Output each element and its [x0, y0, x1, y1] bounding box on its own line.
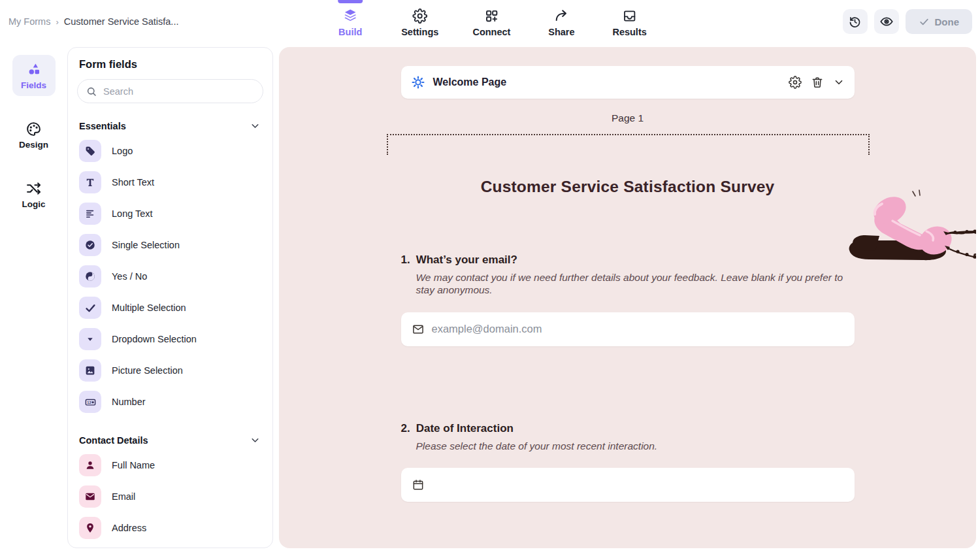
question-1-number: 1. — [401, 254, 410, 267]
shapes-icon — [25, 61, 42, 77]
page-collapse-button[interactable] — [833, 76, 845, 88]
gear-icon — [412, 7, 427, 24]
field-item-dropdown-selection[interactable]: Dropdown Selection — [77, 323, 263, 355]
history-icon — [848, 15, 862, 29]
rail-item-fields-label: Fields — [21, 80, 46, 90]
form-canvas: Welcome Page — [279, 47, 976, 548]
tab-results-label: Results — [612, 27, 646, 37]
gear-icon — [789, 76, 802, 89]
trash-icon — [811, 76, 824, 89]
field-dropzone[interactable] — [387, 134, 870, 155]
check-icon — [919, 16, 930, 27]
chevron-down-icon — [833, 76, 845, 88]
eye-icon — [879, 14, 894, 29]
welcome-page-card[interactable]: Welcome Page — [401, 66, 855, 99]
long-text-icon — [79, 203, 101, 225]
field-item-yes-no[interactable]: Yes / No — [77, 261, 263, 292]
rail-item-design[interactable]: Design — [12, 114, 56, 156]
field-item-address-label: Address — [112, 523, 146, 533]
preview-button[interactable] — [874, 9, 899, 34]
question-2[interactable]: 2. Date of Interaction Please select the… — [401, 422, 855, 502]
search-input[interactable] — [103, 86, 255, 97]
check-icon — [79, 297, 101, 319]
section-essentials-label: Essentials — [79, 121, 126, 131]
left-rail: Fields Design Logic — [0, 47, 67, 548]
field-item-single-selection[interactable]: Single Selection — [77, 229, 263, 261]
field-item-email[interactable]: Email — [77, 481, 263, 512]
field-item-long-text[interactable]: Long Text — [77, 198, 263, 229]
tab-settings[interactable]: Settings — [401, 0, 438, 43]
breadcrumb-my-forms[interactable]: My Forms — [8, 16, 50, 27]
rail-item-logic[interactable]: Logic — [12, 174, 56, 215]
question-1[interactable]: 1. What’s your email? We may contact you… — [401, 254, 855, 346]
yes-no-icon — [79, 265, 101, 287]
shuffle-icon — [25, 180, 42, 196]
field-item-address[interactable]: Address — [77, 512, 263, 544]
topbar-actions: Done — [843, 9, 973, 34]
tab-connect-label: Connect — [472, 27, 510, 37]
date-input[interactable] — [401, 468, 855, 502]
field-item-number[interactable]: 12 Number — [77, 386, 263, 418]
tab-connect[interactable]: Connect — [472, 0, 510, 43]
palette-icon — [25, 121, 42, 137]
tab-build[interactable]: Build — [333, 0, 367, 43]
field-item-picture-selection[interactable]: Picture Selection — [77, 355, 263, 386]
form-fields-panel: Form fields Essentials Logo — [67, 47, 273, 548]
rail-item-design-label: Design — [19, 140, 48, 150]
chevron-down-icon — [250, 435, 261, 446]
tab-share-label: Share — [548, 27, 574, 37]
rail-item-fields[interactable]: Fields — [12, 55, 56, 96]
envelope-icon — [412, 323, 425, 336]
number-icon: 12 — [79, 391, 101, 413]
tab-results[interactable]: Results — [612, 0, 646, 43]
topbar: My Forms › Customer Service Satisfa... B… — [0, 0, 980, 43]
dropdown-icon — [79, 328, 101, 350]
field-item-full-name-label: Full Name — [112, 460, 155, 470]
page-number-label: Page 1 — [401, 112, 855, 124]
form-title[interactable]: Customer Service Satisfaction Survey — [401, 178, 855, 196]
field-item-multiple-selection-label: Multiple Selection — [112, 303, 186, 313]
main-area: Fields Design Logic Form fields — [0, 47, 980, 548]
page-settings-button[interactable] — [789, 76, 802, 89]
calendar-icon — [412, 478, 425, 491]
section-contact-details-label: Contact Details — [79, 435, 148, 446]
field-item-single-selection-label: Single Selection — [112, 240, 180, 250]
main-nav: Build Settings Connect Share — [333, 0, 647, 43]
tag-icon — [79, 140, 101, 162]
field-item-email-label: Email — [112, 491, 135, 502]
field-item-full-name[interactable]: Full Name — [77, 450, 263, 481]
breadcrumb-current-form: Customer Service Satisfa... — [64, 16, 179, 27]
done-button[interactable]: Done — [906, 9, 973, 34]
section-contact-details[interactable]: Contact Details — [79, 435, 261, 446]
question-2-description: Please select the date of your most rece… — [416, 440, 847, 452]
email-input[interactable]: example@domain.com — [401, 312, 855, 346]
email-input-placeholder: example@domain.com — [432, 323, 542, 335]
envelope-icon — [79, 485, 101, 508]
field-search[interactable] — [77, 79, 263, 103]
active-tab-indicator — [338, 0, 363, 3]
history-button[interactable] — [843, 9, 868, 34]
page-delete-button[interactable] — [811, 76, 824, 89]
apps-plus-icon — [484, 7, 499, 24]
breadcrumb: My Forms › Customer Service Satisfa... — [8, 16, 178, 27]
form-builder-app: My Forms › Customer Service Satisfa... B… — [0, 0, 980, 558]
section-essentials[interactable]: Essentials — [79, 120, 261, 131]
question-1-description: We may contact you if we need further de… — [416, 271, 847, 297]
map-pin-icon — [79, 517, 101, 539]
search-icon — [86, 86, 97, 97]
single-selection-icon — [79, 234, 101, 256]
welcome-page-title: Welcome Page — [433, 76, 781, 88]
picture-icon — [79, 359, 101, 382]
field-item-short-text[interactable]: Short Text — [77, 167, 263, 198]
question-1-title: What’s your email? — [416, 254, 517, 267]
question-2-number: 2. — [401, 422, 410, 435]
field-item-number-label: Number — [112, 397, 146, 407]
sun-badge-icon — [411, 75, 425, 90]
field-item-logo[interactable]: Logo — [77, 135, 263, 167]
field-item-multiple-selection[interactable]: Multiple Selection — [77, 292, 263, 323]
question-2-title: Date of Interaction — [416, 422, 514, 435]
rail-item-logic-label: Logic — [22, 199, 46, 209]
field-item-picture-selection-label: Picture Selection — [112, 365, 183, 376]
tab-share[interactable]: Share — [544, 0, 578, 43]
tab-settings-label: Settings — [401, 27, 438, 37]
